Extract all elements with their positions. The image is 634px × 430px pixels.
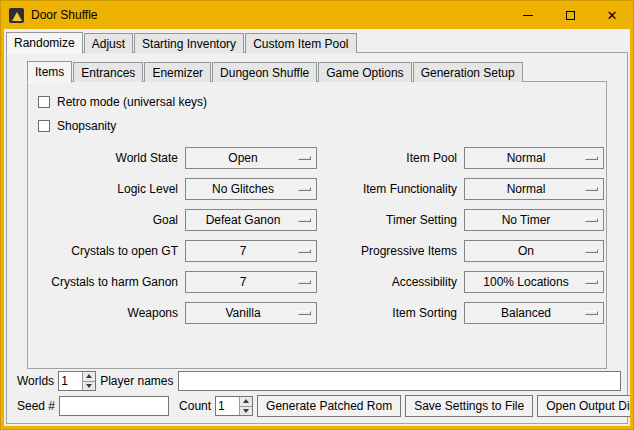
seed-input[interactable] [59,396,169,416]
tab-adjust[interactable]: Adjust [84,33,133,53]
weapons-dropdown[interactable]: Vanilla [185,302,317,324]
crystals-gt-dropdown[interactable]: 7 [185,240,317,262]
randomize-pane: Items Entrances Enemizer Dungeon Shuffle… [6,52,628,424]
seed-row: Seed # Count Generate Patched Rom Save S… [13,394,621,418]
checkbox-icon [38,96,50,108]
tab-items[interactable]: Items [27,61,72,83]
dropdown-indicator-icon [298,249,311,253]
dropdown-indicator-icon [298,311,311,315]
close-icon: ✕ [607,9,618,22]
player-names-label: Player names [100,374,173,388]
tab-entrances[interactable]: Entrances [73,62,143,82]
player-names-input[interactable] [178,371,622,391]
option-row: Crystals to harm Ganon 7 Accessibility 1… [28,266,606,297]
count-input[interactable] [216,397,239,415]
checkbox-retro-mode[interactable]: Retro mode (universal keys) [38,90,606,114]
tab-enemizer[interactable]: Enemizer [144,62,211,82]
tab-dungeon-shuffle[interactable]: Dungeon Shuffle [212,62,317,82]
dropdown-value: Open [228,151,257,165]
goal-dropdown[interactable]: Defeat Ganon [185,209,317,231]
dropdown-indicator-icon [298,218,311,222]
tab-generation-setup[interactable]: Generation Setup [413,62,523,82]
progressive-items-dropdown[interactable]: On [464,240,604,262]
crystals-ganon-dropdown[interactable]: 7 [185,271,317,293]
dropdown-indicator-icon [585,187,598,191]
item-functionality-dropdown[interactable]: Normal [464,178,604,200]
dropdown-value: Vanilla [225,306,260,320]
item-pool-dropdown[interactable]: Normal [464,147,604,169]
stepper-buttons [82,372,95,390]
dropdown-value: 100% Locations [483,275,568,289]
arrow-down-icon [86,384,92,388]
logic-level-dropdown[interactable]: No Glitches [185,178,317,200]
dropdown-indicator-icon [585,218,598,222]
item-sorting-dropdown[interactable]: Balanced [464,302,604,324]
window-title: Door Shuffle [31,8,98,22]
outer-tab-bar: Randomize Adjust Starting Inventory Cust… [6,31,630,53]
options-grid: World State Open Item Pool Normal Logic … [28,142,606,328]
titlebar[interactable]: Door Shuffle ✕ [1,1,633,29]
stepper-down-button[interactable] [83,381,95,391]
open-output-directory-button[interactable]: Open Output Directory [537,395,630,417]
worlds-input[interactable] [59,372,82,390]
tab-game-options[interactable]: Game Options [318,62,411,82]
items-pane: Retro mode (universal keys) Shopsanity W… [27,81,607,369]
worlds-label: Worlds [17,374,54,388]
save-settings-button[interactable]: Save Settings to File [405,395,533,417]
checkbox-icon [38,120,50,132]
timer-setting-label: Timer Setting [329,213,457,227]
option-row: Crystals to open GT 7 Progressive Items … [28,235,606,266]
worlds-stepper[interactable] [58,371,96,391]
minimize-button[interactable] [507,1,549,29]
stepper-buttons [239,397,252,415]
dropdown-value: Balanced [501,306,551,320]
seed-label: Seed # [17,399,55,413]
option-row: Goal Defeat Ganon Timer Setting No Timer [28,204,606,235]
dropdown-indicator-icon [585,280,598,284]
dropdown-value: No Timer [502,213,551,227]
dropdown-indicator-icon [585,311,598,315]
arrow-up-icon [243,399,249,403]
tab-custom-item-pool[interactable]: Custom Item Pool [245,33,356,53]
stepper-up-button[interactable] [240,397,252,406]
dropdown-value: Normal [507,151,546,165]
logic-level-label: Logic Level [28,182,178,196]
item-functionality-label: Item Functionality [329,182,457,196]
count-stepper[interactable] [215,396,253,416]
dropdown-indicator-icon [298,280,311,284]
app-window: Door Shuffle ✕ Randomize Adjust Starting… [0,0,634,430]
worlds-row: Worlds Player names [13,369,621,393]
app-icon [9,8,24,23]
dropdown-value: On [518,244,534,258]
crystals-ganon-label: Crystals to harm Ganon [28,275,178,289]
accessibility-dropdown[interactable]: 100% Locations [464,271,604,293]
checkbox-shopsanity[interactable]: Shopsanity [38,114,606,138]
accessibility-label: Accessibility [329,275,457,289]
minimize-icon [523,15,533,16]
checkbox-label: Shopsanity [57,119,116,133]
arrow-up-icon [86,374,92,378]
window-content: Randomize Adjust Starting Inventory Cust… [4,29,630,426]
count-label: Count [179,399,211,413]
dropdown-indicator-icon [298,156,311,160]
world-state-dropdown[interactable]: Open [185,147,317,169]
dropdown-value: 7 [240,275,247,289]
dropdown-value: Defeat Ganon [206,213,281,227]
checkbox-label: Retro mode (universal keys) [57,95,207,109]
generate-patched-rom-button[interactable]: Generate Patched Rom [257,395,401,417]
progressive-items-label: Progressive Items [329,244,457,258]
timer-setting-dropdown[interactable]: No Timer [464,209,604,231]
dropdown-value: 7 [240,244,247,258]
world-state-label: World State [28,151,178,165]
option-row: World State Open Item Pool Normal [28,142,606,173]
arrow-down-icon [243,409,249,413]
dropdown-value: No Glitches [212,182,274,196]
tab-randomize[interactable]: Randomize [6,32,83,54]
stepper-up-button[interactable] [83,372,95,381]
goal-label: Goal [28,213,178,227]
stepper-down-button[interactable] [240,406,252,416]
close-button[interactable]: ✕ [591,1,633,29]
tab-starting-inventory[interactable]: Starting Inventory [134,33,244,53]
maximize-button[interactable] [549,1,591,29]
crystals-gt-label: Crystals to open GT [28,244,178,258]
